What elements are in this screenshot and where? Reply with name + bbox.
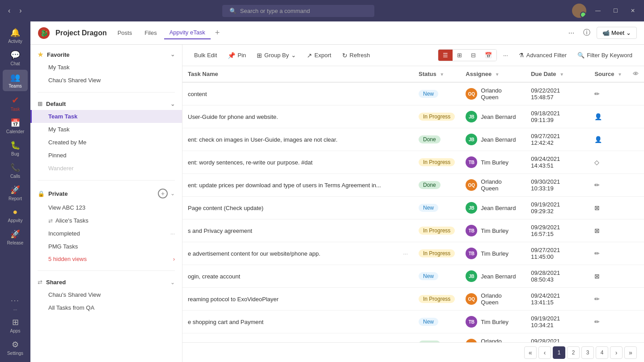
view-grid-btn[interactable]: ⊞ [453,50,466,61]
nav-item-alices-tasks[interactable]: ⇄ Alice's Tasks [30,214,182,227]
sidebar-item-release[interactable]: 🚀 Release [3,227,28,248]
sidebar-item-teams[interactable]: 👥 Teams [3,70,28,91]
view-toggle-group: ☰ ⊞ ⊟ 📅 [438,49,497,61]
sidebar-item-activity[interactable]: 🔔 Activity [3,25,28,46]
task-main: Bulk Edit 📌 Pin ⊞ Group By ⌄ ↗ Export [182,45,644,362]
sidebar-item-more[interactable]: ··· ... [3,294,28,314]
nav-item-chau-shared-2[interactable]: Chau's Shared View [30,288,182,301]
favorite-header[interactable]: ★ Favorite ⌄ [30,48,182,61]
task-toolbar: Bulk Edit 📌 Pin ⊞ Group By ⌄ ↗ Export [182,45,644,66]
group-by-label: Group By [264,52,289,59]
assignee-filter-icon[interactable]: ▼ [495,72,500,77]
view-more-btn[interactable]: ··· [499,50,513,61]
advanced-filter-btn[interactable]: ⚗ Advanced Filter [514,50,571,61]
meet-btn[interactable]: 📹 Meet ⌄ [597,27,637,39]
tab-files[interactable]: Files [139,27,162,39]
sidebar-item-apps[interactable]: ⊞ Apps [3,315,28,336]
nav-item-view-abc[interactable]: View ABC 123 [30,201,182,214]
due-date-cell: 09/29/2021 16:57:15 [525,219,589,242]
nav-item-my-task-def[interactable]: My Task [30,123,182,136]
pin-btn[interactable]: 📌 Pin [223,50,250,61]
assignee-name: Tim Burley [481,319,508,325]
sidebar-item-calendar[interactable]: 📅 Calender [3,115,28,137]
nav-item-team-task[interactable]: Team Task [30,110,182,123]
default-section: ⊞ Default ⌄ Team Task My Task Created by… [30,94,182,178]
minimize-btn[interactable]: — [592,6,604,16]
maximize-btn[interactable]: ☐ [610,6,622,16]
nav-item-pinned[interactable]: Pinned [30,149,182,162]
nav-item-chau-shared[interactable]: Chau's Shared View [30,74,182,87]
sidebar-item-bug[interactable]: 🐛 Bug [3,138,28,159]
assignee-name: Jean Bernard [481,205,516,211]
source-filter-icon[interactable]: ▼ [618,72,622,77]
row-actions-btn[interactable]: ··· [403,250,408,257]
nav-item-my-task-fav[interactable]: My Task [30,61,182,74]
visibility-cell [627,197,644,219]
add-tab-btn[interactable]: + [212,27,223,38]
first-page-btn[interactable]: « [524,346,537,359]
pmg-tasks-label: PMG Tasks [48,243,78,250]
topbar-more-btn[interactable]: ··· [566,27,577,39]
search-bar[interactable]: 🔍 Search or type a command [222,5,374,17]
sidebar-item-appvity[interactable]: ● Appvity [3,205,28,226]
export-btn[interactable]: ↗ Export [302,50,336,61]
prev-page-btn[interactable]: ‹ [538,346,551,359]
sidebar-item-calls[interactable]: 📞 Calls [3,160,28,181]
bulk-edit-btn[interactable]: Bulk Edit [190,50,221,61]
teams-label: Teams [8,84,21,88]
tab-appvity-etask[interactable]: Appvity eTask [164,26,211,39]
assignee-avatar: JB [466,202,477,214]
assignee-cell: JB Jean Bernard [460,105,525,128]
status-badge: In Progress [419,113,455,121]
private-add-btn[interactable]: + [158,189,168,198]
nav-back-btn[interactable]: ‹ [5,5,13,17]
view-calendar-btn[interactable]: 📅 [480,50,496,61]
assignee-cell: TB Tim Burley [460,219,525,242]
filter-keyword-btn[interactable]: 🔍 Filter By Keyword [573,50,637,61]
nav-item-created-by-me[interactable]: Created by Me [30,136,182,149]
user-avatar[interactable] [572,4,586,18]
assignee-avatar: OQ [466,88,477,100]
page-2-btn[interactable]: 2 [567,346,580,359]
tab-posts[interactable]: Posts [112,27,138,39]
table-row: Page content (Check update) New JB Jean … [182,197,644,219]
table-row: ent: update prices per download and type… [182,174,644,197]
group-by-btn[interactable]: ⊞ Group By ⌄ [252,50,301,61]
view-split-btn[interactable]: ⊟ [466,50,480,61]
page-4-btn[interactable]: 4 [596,346,608,359]
assignee-cell: OQ Orlando Queen [460,174,525,197]
next-page-btn[interactable]: › [610,346,623,359]
page-1-btn[interactable]: 1 [553,346,565,359]
nav-item-pmg-tasks[interactable]: PMG Tasks [30,240,182,253]
source-icon: ⊠ [594,273,600,280]
view-list-btn[interactable]: ☰ [438,50,453,61]
last-page-btn[interactable]: » [624,346,637,359]
incompleted-more-icon[interactable]: ··· [170,231,175,237]
source-cell: ⊠ [589,219,627,242]
close-btn[interactable]: ✕ [627,6,639,16]
status-filter-icon[interactable]: ▼ [440,72,444,77]
project-title: Project Dragon [55,29,107,37]
sidebar-item-chat[interactable]: 💬 Chat [3,47,28,69]
private-header[interactable]: 🔒 Private + ⌄ [30,186,182,201]
sidebar-item-settings[interactable]: ⚙ Settings [3,337,28,358]
visibility-cell [627,128,644,151]
nav-item-all-tasks-qa[interactable]: All Tasks from QA [30,301,182,314]
sidebar-item-report[interactable]: 🚀 Report [3,182,28,204]
export-label: Export [314,52,331,59]
hidden-views-row[interactable]: 5 hidden views › [30,253,182,265]
due-date-filter-icon[interactable]: ▼ [559,72,564,77]
nav-item-wanderer[interactable]: Wanderer [30,162,182,175]
status-cell: Done [413,128,460,151]
shared-header[interactable]: ⇄ Shared ⌄ [30,276,182,288]
sidebar-item-task[interactable]: ✔ Task [3,92,28,114]
default-header[interactable]: ⊞ Default ⌄ [30,98,182,110]
meet-label: Meet [611,29,624,36]
nav-forward-btn[interactable]: › [17,5,24,17]
visibility-cell [627,219,644,242]
nav-item-incompleted[interactable]: Incompleted ··· [30,227,182,240]
assignee-name: Tim Burley [481,250,508,257]
page-3-btn[interactable]: 3 [581,346,594,359]
topbar-info-btn[interactable]: ⓘ [580,26,593,39]
refresh-btn[interactable]: ↻ Refresh [338,50,375,61]
